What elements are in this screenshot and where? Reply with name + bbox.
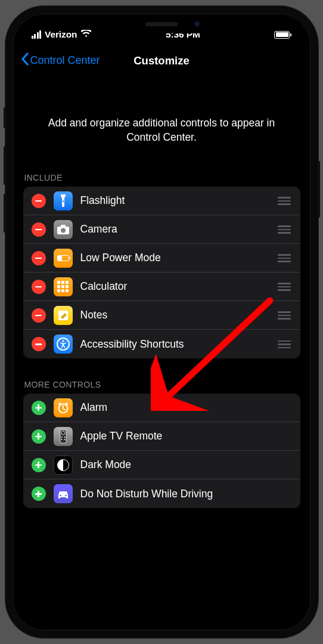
list-item[interactable]: Apple TV Remote <box>23 422 300 451</box>
remove-button[interactable] <box>32 194 46 208</box>
svg-point-9 <box>64 436 65 438</box>
remove-button[interactable] <box>32 337 46 351</box>
add-button[interactable] <box>32 458 46 472</box>
row-label: Camera <box>80 223 275 236</box>
list-item[interactable]: Dark Mode <box>23 451 300 479</box>
svg-point-8 <box>61 436 62 438</box>
front-camera <box>194 21 200 27</box>
screen: Verizon 5:36 PM Control Center <box>14 14 310 630</box>
svg-point-2 <box>61 228 66 233</box>
svg-point-11 <box>64 439 65 440</box>
row-label: Low Power Mode <box>80 252 275 264</box>
section-header-more: MORE CONTROLS <box>14 375 310 394</box>
back-label: Control Center <box>30 54 100 67</box>
power-button <box>318 161 320 218</box>
list-item[interactable]: Do Not Disturb While Driving <box>23 479 300 508</box>
page-title: Customize <box>133 54 190 67</box>
row-label: Flashlight <box>80 194 275 207</box>
volume-up-button <box>4 146 6 185</box>
phone-frame: Verizon 5:36 PM Control Center <box>5 6 318 638</box>
svg-point-12 <box>60 495 61 497</box>
cellular-signal-icon <box>32 30 42 39</box>
list-item[interactable]: Low Power Mode <box>23 244 300 273</box>
row-label: Accessibility Shortcuts <box>80 338 275 351</box>
low-power-icon <box>54 249 73 268</box>
add-button[interactable] <box>32 487 46 501</box>
flashlight-icon <box>54 191 73 210</box>
svg-rect-6 <box>60 430 66 443</box>
drag-handle-icon[interactable] <box>275 279 293 295</box>
drag-handle-icon[interactable] <box>275 250 293 266</box>
section-header-include: INCLUDE <box>14 168 310 187</box>
apple-tv-remote-icon <box>54 427 73 446</box>
notch <box>99 14 224 33</box>
row-label: Calculator <box>80 280 275 293</box>
list-item[interactable]: Accessibility Shortcuts <box>23 330 300 358</box>
nav-bar: Control Center Customize <box>14 44 310 76</box>
camera-icon <box>54 220 73 239</box>
description-text: Add and organize additional controls to … <box>14 76 310 168</box>
back-button[interactable]: Control Center <box>21 52 100 69</box>
notes-icon <box>54 306 73 325</box>
row-label: Apple TV Remote <box>80 430 293 442</box>
drag-handle-icon[interactable] <box>275 308 293 323</box>
mute-switch <box>4 107 6 128</box>
list-item[interactable]: Alarm <box>23 394 300 422</box>
volume-down-button <box>4 194 6 233</box>
list-item[interactable]: Notes <box>23 301 300 330</box>
list-item[interactable]: Camera <box>23 215 300 244</box>
dnd-driving-icon <box>54 484 73 503</box>
accessibility-icon <box>54 335 73 354</box>
battery-icon <box>274 31 291 39</box>
drag-handle-icon[interactable] <box>275 337 293 352</box>
include-list: Flashlight Camera <box>23 187 300 358</box>
row-label: Alarm <box>80 401 293 414</box>
calculator-icon <box>54 277 73 296</box>
svg-point-10 <box>61 439 62 440</box>
alarm-icon <box>54 398 73 417</box>
wifi-icon <box>81 29 91 40</box>
add-button[interactable] <box>32 401 46 415</box>
row-label: Do Not Disturb While Driving <box>80 488 293 500</box>
remove-button[interactable] <box>32 251 46 265</box>
svg-rect-1 <box>61 225 66 227</box>
svg-point-13 <box>65 495 67 497</box>
remove-button[interactable] <box>32 280 46 294</box>
drag-handle-icon[interactable] <box>275 222 293 237</box>
svg-point-4 <box>62 340 64 342</box>
dark-mode-icon <box>54 456 73 475</box>
chevron-left-icon <box>21 52 29 69</box>
list-item[interactable]: Calculator <box>23 273 300 301</box>
row-label: Dark Mode <box>80 459 293 471</box>
drag-handle-icon[interactable] <box>275 193 293 209</box>
list-item[interactable]: Flashlight <box>23 187 300 215</box>
remove-button[interactable] <box>32 308 46 323</box>
more-list: Alarm Apple TV Remote <box>23 394 300 508</box>
content: Add and organize additional controls to … <box>14 76 310 508</box>
status-left: Verizon <box>32 29 92 40</box>
carrier-label: Verizon <box>45 29 77 40</box>
remove-button[interactable] <box>32 222 46 237</box>
add-button[interactable] <box>32 429 46 444</box>
row-label: Notes <box>80 309 275 321</box>
speaker-grille <box>145 22 178 26</box>
phone-screen-bezel: Verizon 5:36 PM Control Center <box>13 14 310 630</box>
